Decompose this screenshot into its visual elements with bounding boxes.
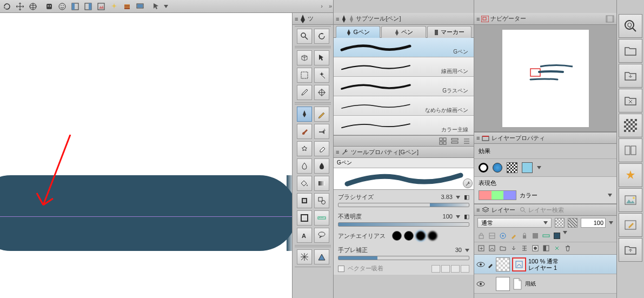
airbrush-tool[interactable] xyxy=(314,124,329,139)
brush-tool[interactable] xyxy=(297,124,312,139)
archive-icon[interactable] xyxy=(121,1,133,12)
marquee-tool[interactable] xyxy=(297,68,312,83)
merge-icon[interactable] xyxy=(520,243,529,253)
ruler-link-icon[interactable] xyxy=(552,243,562,253)
film-icon[interactable] xyxy=(606,15,614,23)
frame-tool[interactable] xyxy=(297,210,312,226)
effect-pattern[interactable] xyxy=(507,162,517,173)
shape-tool[interactable] xyxy=(314,193,329,208)
gradient-tool[interactable] xyxy=(314,176,329,191)
delete-layer-icon[interactable] xyxy=(563,243,573,253)
magnifier-tool[interactable] xyxy=(297,29,312,44)
brushsize-slider[interactable] xyxy=(338,203,469,207)
hatch-icon[interactable] xyxy=(568,218,577,228)
link-icon[interactable]: ◧ xyxy=(464,213,469,220)
checker-icon[interactable] xyxy=(555,218,565,228)
ruler-tool[interactable] xyxy=(314,210,329,226)
layer-opacity-input[interactable]: 100 xyxy=(581,218,606,228)
canvas[interactable] xyxy=(0,13,292,298)
sphere-icon[interactable] xyxy=(27,1,39,12)
brush-glass[interactable]: Gラスペン xyxy=(334,77,474,96)
aa-mid[interactable] xyxy=(416,231,426,241)
menu-icon[interactable]: ≡ xyxy=(476,16,480,22)
cube-tool[interactable] xyxy=(297,50,312,65)
brush-senga[interactable]: 線画用ペン xyxy=(334,57,474,77)
quick-folder-out-icon[interactable] xyxy=(619,238,642,262)
contour-tool[interactable] xyxy=(297,193,312,208)
crosshair-tool[interactable] xyxy=(314,85,329,100)
link-icon[interactable]: ◧ xyxy=(464,194,469,200)
link-color-icon[interactable] xyxy=(552,231,562,241)
menu-icon[interactable]: ≡ xyxy=(476,135,480,141)
menu-icon[interactable]: ≡ xyxy=(336,149,339,155)
grid-view-icon[interactable] xyxy=(439,137,447,145)
eraser-tool[interactable] xyxy=(314,141,329,156)
perspective-tool[interactable] xyxy=(314,249,329,264)
effect-border[interactable] xyxy=(479,163,488,173)
move-cross-icon[interactable] xyxy=(14,1,26,12)
stab-slider[interactable] xyxy=(338,256,469,260)
sparkle-icon[interactable] xyxy=(108,1,120,12)
blend-mode-select[interactable]: 通常 xyxy=(477,218,552,228)
cursor-arrow-icon[interactable] xyxy=(150,1,162,12)
rotate-tool[interactable] xyxy=(314,29,329,44)
apply-mask-icon[interactable] xyxy=(541,243,551,253)
quick-star-icon[interactable] xyxy=(619,163,642,187)
dropdown-icon[interactable] xyxy=(456,196,460,199)
new-raster-icon[interactable]: + xyxy=(476,243,486,253)
smile-icon[interactable] xyxy=(56,1,68,12)
quick-checker-icon[interactable] xyxy=(619,114,642,137)
rotate-icon[interactable] xyxy=(1,1,13,12)
fill-tool[interactable] xyxy=(297,176,312,191)
aa-strong[interactable] xyxy=(428,231,437,241)
wrench-button[interactable] xyxy=(463,178,473,188)
reference-icon[interactable] xyxy=(498,231,508,241)
rgb-swatch[interactable] xyxy=(479,190,516,200)
dropdown-icon[interactable] xyxy=(465,249,469,252)
mask-enable-icon[interactable] xyxy=(530,231,540,241)
pencil-tool[interactable] xyxy=(314,107,329,122)
mask-icon[interactable] xyxy=(530,243,540,253)
blend-tool[interactable] xyxy=(297,158,312,174)
quick-search-icon[interactable]: Q xyxy=(619,14,642,38)
eye-icon[interactable] xyxy=(476,261,485,268)
quick-folder-in-icon[interactable] xyxy=(619,64,642,88)
tab-marker[interactable]: マーカー xyxy=(427,26,472,38)
panel-a-icon[interactable] xyxy=(69,1,81,12)
move-down-icon[interactable] xyxy=(509,243,519,253)
tab-pen[interactable]: ペン xyxy=(381,26,426,38)
vec-opt-3[interactable] xyxy=(451,265,460,273)
eyedropper-tool[interactable] xyxy=(297,85,312,100)
menu-icon[interactable] xyxy=(463,137,470,145)
menu-icon[interactable]: ≡ xyxy=(336,16,339,22)
effect-line-tool[interactable] xyxy=(297,249,312,264)
menu-icon[interactable]: ≡ xyxy=(295,16,298,22)
aa-none[interactable] xyxy=(392,231,402,241)
toolbar-dropdown-icon[interactable] xyxy=(163,1,169,12)
wand-tool[interactable] xyxy=(314,68,329,83)
effect-color[interactable] xyxy=(522,162,533,173)
opacity-stepper-icon[interactable] xyxy=(609,221,613,224)
quick-edit-icon[interactable] xyxy=(619,213,642,237)
brush-smooth[interactable]: なめらか線画ペン xyxy=(334,96,474,116)
screen-icon[interactable] xyxy=(134,1,146,12)
brush-color[interactable]: カラー主線 xyxy=(334,116,474,135)
dropdown-icon[interactable] xyxy=(456,215,460,218)
eye-icon[interactable] xyxy=(476,281,485,287)
opacity-slider[interactable] xyxy=(338,222,469,227)
character-icon[interactable] xyxy=(43,1,55,12)
draft-icon[interactable] xyxy=(509,231,519,241)
vec-opt-1[interactable] xyxy=(431,265,440,273)
quick-folder-x-icon[interactable] xyxy=(619,89,642,112)
effect-tone[interactable] xyxy=(493,163,502,173)
pen-tool[interactable] xyxy=(297,107,312,122)
tab-gpen[interactable]: Gペン xyxy=(336,26,380,38)
quick-compare-icon[interactable] xyxy=(619,138,642,162)
layer-row-paper[interactable]: 用紙 xyxy=(474,274,616,294)
color-dropdown-icon[interactable] xyxy=(608,194,612,197)
properties-icon[interactable] xyxy=(451,137,459,145)
layer-row-1[interactable]: 100 % 通常 レイヤー 1 xyxy=(474,255,616,274)
aa-weak[interactable] xyxy=(404,231,414,241)
decoration-tool[interactable] xyxy=(297,141,312,156)
menu-icon[interactable]: ≡ xyxy=(476,207,480,213)
